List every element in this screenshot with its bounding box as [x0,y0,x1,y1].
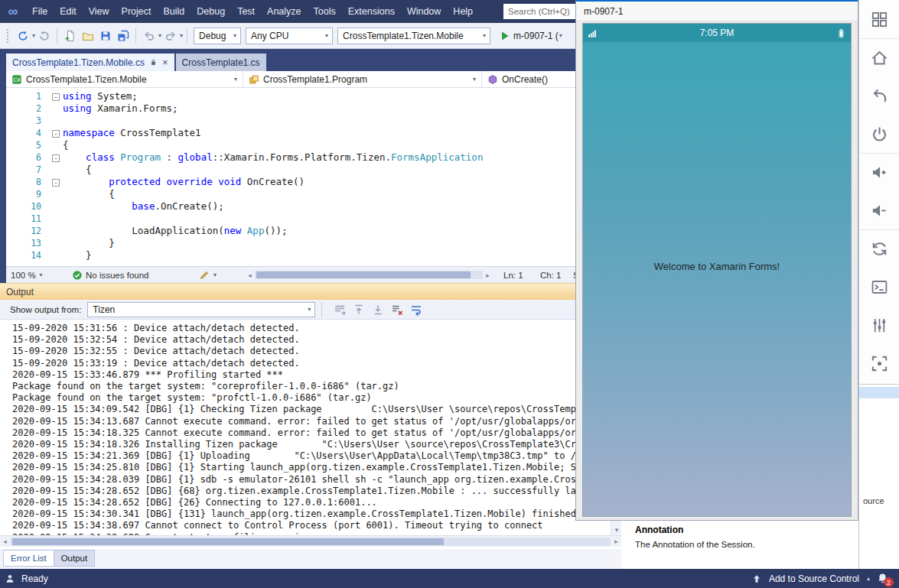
volume-up-icon[interactable] [859,153,899,191]
fold-marker-icon[interactable]: - [49,127,63,139]
code-line[interactable]: 10 base.OnCreate(); [6,200,615,213]
zoom-dropdown[interactable]: 100 %▾ [11,267,43,283]
code-line[interactable]: 7 { [6,164,615,176]
next-message-icon[interactable] [370,302,386,317]
code-line[interactable]: 14 } [6,249,615,262]
output-line: 15-09-2020 15:32:55 : Device attach/deta… [12,346,611,357]
menu-test[interactable]: Test [231,0,261,23]
apps-grid-icon[interactable] [859,0,899,38]
output-source-dropdown[interactable]: Tizen▾ [87,302,315,317]
search-input[interactable]: Search (Ctrl+Q) [503,4,575,19]
save-all-icon[interactable] [114,27,132,44]
emulator-title-bar[interactable]: m-0907-1 [576,2,858,21]
scroll-down-icon[interactable]: ▾ [611,525,622,535]
menu-build[interactable]: Build [157,0,191,23]
document-well: CrossTemplate1.Tizen.Mobile.cs × CrossTe… [0,49,621,283]
messages-icon[interactable] [332,302,347,317]
scroll-right-icon[interactable]: ▸ [611,538,621,545]
solution-configuration-dropdown[interactable]: Debug▾ [194,28,241,44]
menu-edit[interactable]: Edit [54,0,83,23]
new-file-icon[interactable] [61,27,79,44]
emulator-screen[interactable]: 7:05 PM Welcome to Xamarin Forms! [582,23,852,517]
code-line[interactable]: 3 [6,115,615,127]
menu-tools[interactable]: Tools [308,0,342,23]
menu-file[interactable]: File [26,0,54,23]
fold-marker-icon[interactable]: - [49,176,63,188]
publish-up-icon [751,573,762,584]
code-cleanup-button[interactable]: ▾ [199,267,217,283]
code-line[interactable]: 1-using System; [6,90,615,102]
toolbar-grip[interactable] [7,29,11,43]
tab-output[interactable]: Output [54,550,96,567]
menu-extensions[interactable]: Extensions [342,0,401,23]
solution-platform-dropdown[interactable]: Any CPU▾ [246,28,333,44]
start-debugging-button[interactable]: m-0907-1 ( ▾ [496,27,562,44]
output-horizontal-scrollbar[interactable]: ◂ ▸ [0,535,621,547]
output-panel-title: Output [6,287,34,297]
output-panel-header[interactable]: Output [0,283,621,300]
volume-down-icon[interactable] [859,191,899,229]
scroll-right-icon[interactable]: ▸ [483,271,493,279]
tab-crosstemplate1-tizen-mobile-cs[interactable]: CrossTemplate1.Tizen.Mobile.cs × [6,54,174,71]
tab-close-icon[interactable]: × [162,57,168,67]
back-nav-icon[interactable] [859,76,899,115]
code-line[interactable]: 5{ [6,139,615,151]
type-dropdown[interactable]: CrossTemplate1.Program ▾ [243,71,482,87]
output-log[interactable]: 15-09-2020 15:31:56 : Device attach/deta… [0,320,611,535]
code-line[interactable]: 13 } [6,237,615,249]
home-icon[interactable] [859,38,899,76]
scroll-left-icon[interactable]: ◂ [245,271,255,279]
line-number: 9 [6,188,49,200]
tab-crosstemplate1-cs[interactable]: CrossTemplate1.cs [176,54,266,71]
run-target-label: m-0907-1 ( [513,31,559,41]
save-icon[interactable] [96,27,114,44]
output-line: 2020-09-15 15:34:18.326 Installing Tizen… [12,439,611,450]
source-control-caret-icon[interactable]: ▴ [867,575,870,582]
project-dropdown[interactable]: C# CrossTemplate1.Tizen.Mobile ▾ [6,71,243,87]
add-to-source-control-button[interactable]: Add to Source Control [769,573,859,584]
issues-indicator[interactable]: No issues found [72,267,148,283]
controller-icon[interactable] [859,306,899,344]
code-line[interactable]: 8- protected override void OnCreate() [6,176,615,188]
word-wrap-icon[interactable] [409,302,424,317]
code-line[interactable]: 9 { [6,188,615,200]
clear-all-icon[interactable] [389,302,405,317]
navigate-back-icon[interactable] [14,27,31,44]
menu-analyze[interactable]: Analyze [261,0,307,23]
code-line[interactable]: 6- class Program : global::Xamarin.Forms… [6,151,615,164]
code-line[interactable]: 12 LoadApplication(new App()); [6,225,615,237]
bottom-panel-tabs: Error List Output [0,549,621,569]
tab-error-list[interactable]: Error List [3,550,54,567]
undo-icon[interactable] [140,27,158,44]
code-line[interactable]: 4-namespace CrossTemplate1 [6,127,615,139]
menu-window[interactable]: Window [401,0,447,23]
redo-icon[interactable] [161,27,179,44]
toolbar-separator [187,28,187,44]
menu-project[interactable]: Project [116,0,158,23]
open-file-icon[interactable] [79,27,96,44]
previous-message-icon[interactable] [351,302,366,317]
menu-debug[interactable]: Debug [191,0,231,23]
redo-caret-icon[interactable]: ▾ [180,32,183,39]
menu-help[interactable]: Help [447,0,479,23]
menu-view[interactable]: View [83,0,116,23]
scroll-left-icon[interactable]: ◂ [0,538,10,545]
main-menu: FileEditViewProjectBuildDebugTestAnalyze… [26,0,479,23]
code-line[interactable]: 2using Xamarin.Forms; [6,102,615,115]
notifications-bell-icon[interactable]: 2 [877,573,888,584]
fold-marker-icon[interactable]: - [49,90,63,102]
class-icon [249,74,259,85]
power-icon[interactable] [859,115,899,153]
rotate-icon[interactable] [859,229,899,268]
scan-icon[interactable] [859,344,899,382]
navigate-forward-icon[interactable] [35,27,53,44]
startup-project-dropdown[interactable]: CrossTemplate1.Tizen.Mobile▾ [337,28,490,44]
feedback-icon[interactable] [5,573,15,584]
code-line[interactable]: 11 [6,213,615,225]
shell-icon[interactable] [859,268,899,306]
line-number: 7 [6,164,49,176]
fold-marker-icon[interactable]: - [49,151,63,164]
issues-text: No issues found [86,271,148,280]
editor-horizontal-scrollbar[interactable]: ◂ ▸ [245,269,493,281]
code-editor[interactable]: 1-using System;2using Xamarin.Forms;34-n… [6,88,615,266]
